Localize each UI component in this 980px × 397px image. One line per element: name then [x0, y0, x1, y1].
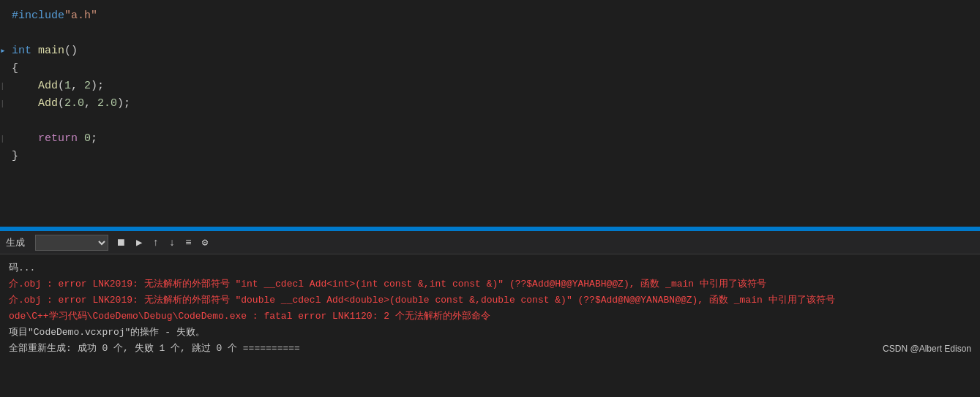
output-line-1: 码... [9, 260, 971, 276]
code-content-4: { [12, 60, 18, 77]
code-content-6: Add(2.0, 2.0); [12, 95, 130, 113]
output-content: 码... 介.obj : error LNK2019: 无法解析的外部符号 "i… [0, 254, 980, 397]
line-indicator-3: ▸ [0, 44, 9, 59]
output-panel: 生成 ⏹ ▶ ↑ ↓ ≡ ⚙ 码... 介.obj : error LNK201… [0, 231, 980, 397]
output-line-3: 介.obj : error LNK2019: 无法解析的外部符号 "double… [9, 292, 971, 309]
down-icon[interactable]: ↓ [166, 235, 178, 250]
output-line-2: 介.obj : error LNK2019: 无法解析的外部符号 "int __… [9, 276, 971, 292]
code-line-4: { [0, 60, 980, 77]
settings-icon[interactable]: ⚙ [199, 235, 211, 250]
code-content-9: } [12, 148, 18, 165]
build-config-dropdown[interactable] [35, 235, 108, 251]
output-toolbar: 生成 ⏹ ▶ ↑ ↓ ≡ ⚙ [0, 231, 980, 254]
code-content-2 [12, 25, 18, 42]
code-line-1: #include"a.h" [0, 7, 980, 25]
list-icon[interactable]: ≡ [182, 235, 194, 250]
code-editor: #include"a.h" ▸ int main() { | Add(1, 2)… [0, 0, 980, 227]
stop-icon[interactable]: ⏹ [113, 235, 129, 250]
code-line-8: | return 0; [0, 130, 980, 148]
code-content-7 [12, 113, 18, 130]
status-right: CSDN @Albert Edison [883, 341, 971, 356]
code-line-3: ▸ int main() [0, 42, 980, 60]
code-content-1: #include"a.h" [12, 7, 97, 25]
code-line-6: | Add(2.0, 2.0); [0, 95, 980, 113]
code-line-7 [0, 113, 980, 130]
code-content-3: int main() [12, 42, 78, 60]
line-indicator-8: | [0, 133, 9, 146]
code-line-9: } [0, 148, 980, 165]
output-toolbar-label: 生成 [6, 236, 25, 249]
run-icon[interactable]: ▶ [133, 235, 145, 250]
code-content-8: return 0; [12, 130, 97, 148]
code-line-2 [0, 25, 980, 42]
output-line-4: ode\C++学习代码\CodeDemo\Debug\CodeDemo.exe … [9, 309, 971, 325]
code-line-5: | Add(1, 2); [0, 77, 980, 95]
line-indicator-5: | [0, 80, 9, 94]
output-line-5: 项目"CodeDemo.vcxproj"的操作 - 失败。 [9, 325, 971, 341]
code-content-5: Add(1, 2); [12, 77, 104, 95]
up-icon[interactable]: ↑ [149, 235, 161, 250]
line-indicator-6: | [0, 98, 9, 111]
output-line-6: 全部重新生成: 成功 0 个, 失败 1 个, 跳过 0 个 =========… [9, 341, 300, 357]
